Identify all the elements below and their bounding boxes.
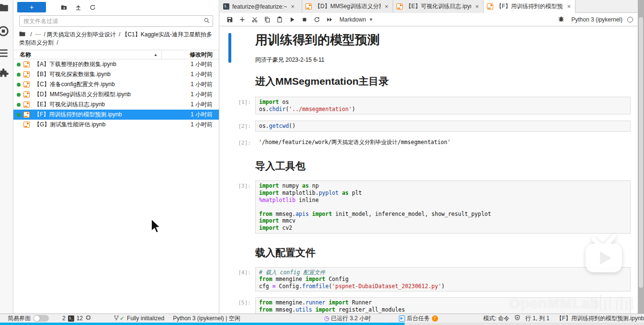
save-icon[interactable] [224, 14, 236, 25]
file-browser-panel: + / ⋯ /两天搞定语义分割毕业设计 /【C1】Kaggle实战-迪拜卫星航拍… [13, 0, 219, 314]
run-cell-icon[interactable] [286, 14, 298, 25]
toggle-switch[interactable] [34, 315, 49, 322]
file-row[interactable]: 【A】下载整理好的数据集.ipynb1 小时前 [13, 59, 219, 69]
tab-notebook-2[interactable]: 【E】可视化训练日志.ipynb× [393, 0, 484, 13]
upload-icon[interactable] [71, 2, 85, 12]
kernel-status-text[interactable]: Python 3 (ipykernel) | 空闲 [173, 314, 240, 323]
statusbar-filename: 【F】用训练得到的模型预测.ipynb [556, 314, 644, 323]
restart-run-all-icon[interactable] [323, 14, 336, 25]
tab-label: featurize@featurize:~ [232, 3, 287, 10]
kernel-status-icon[interactable] [627, 17, 633, 22]
extensions-icon[interactable] [0, 68, 10, 80]
background-tasks[interactable]: ▶ 后台任务 7 [399, 314, 438, 323]
code-cell[interactable]: [3]:import numpy as npimport matplotlib.… [220, 180, 638, 233]
breadcrumb-ellipsis[interactable]: ⋯ [35, 31, 41, 38]
cursor-position[interactable]: 行 1, 列 1 [525, 314, 550, 323]
tab-label: 【D】MMSeg训练语义分割模 [315, 2, 381, 11]
status-bar: 简易界面 2 $_ 12 ✓ Fully initialized Python … [0, 314, 644, 323]
video-play-overlay-icon[interactable] [581, 232, 626, 276]
jupyterlab-window: + / ⋯ /两天搞定语义分割毕业设计 /【C1】Kaggle实战-迪拜卫星航拍… [0, 0, 644, 325]
code-editor[interactable]: os.getcwd() [255, 121, 631, 132]
copy-cell-icon[interactable] [261, 14, 273, 25]
code-editor[interactable]: # 载入 config 配置文件from mmengine import Con… [255, 267, 631, 292]
kernel-running-dot [17, 113, 21, 117]
file-name[interactable]: 【D】MMSeg训练语义分割模型.ipynb [34, 90, 165, 99]
paste-cell-icon[interactable] [273, 14, 286, 25]
file-name[interactable]: 【E】可视化训练日志.ipynb [34, 101, 165, 109]
new-launcher-button[interactable]: + [17, 2, 46, 12]
code-editor[interactable]: import osos.chdir('../mmsegmentation') [255, 97, 631, 114]
file-filter-input[interactable] [19, 15, 213, 27]
file-row[interactable]: 【D】MMSeg训练语义分割模型.ipynb1 小时前 [13, 90, 219, 100]
markdown-cell[interactable]: 载入配置文件 [220, 246, 638, 259]
cut-cell-icon[interactable] [249, 14, 261, 25]
tab-bar: $_featurize@featurize:~×【D】MMSeg训练语义分割模×… [220, 0, 638, 13]
running-kernels-icon[interactable] [0, 25, 10, 37]
file-row[interactable]: 【F】用训练得到的模型预测.ipynb1 小时前 [13, 110, 219, 120]
file-row[interactable]: 【G】测试集性能评估.ipynb1 小时前 [13, 120, 219, 130]
column-modified[interactable]: 修改时间 [161, 50, 219, 59]
file-browser-icon[interactable] [0, 1, 10, 14]
code-cell[interactable]: [4]:# 载入 config 配置文件from mmengine import… [220, 267, 638, 292]
tab-terminal-0[interactable]: $_featurize@featurize:~× [220, 0, 302, 13]
shield-x-icon[interactable] [514, 314, 520, 322]
close-icon[interactable]: × [290, 3, 296, 10]
close-icon[interactable]: × [474, 3, 480, 10]
code-cell[interactable]: [1]:import osos.chdir('../mmsegmentation… [220, 97, 638, 114]
vertical-scrollbar[interactable] [638, 0, 644, 314]
code-cell[interactable]: [2]:os.getcwd() [220, 121, 638, 132]
tab-notebook-3[interactable]: 【F】用训练得到的模型预测× [484, 0, 576, 13]
openmmlab-watermark: OpenMMLab [509, 295, 599, 312]
markdown-cell[interactable]: 用训练得到的模型预测同济子豪兄 2023-2-15 6-11 [220, 32, 638, 64]
folder-icon[interactable] [19, 31, 25, 38]
tasks-count-badge: 7 [432, 315, 438, 322]
file-modified: 1 小时前 [165, 90, 219, 99]
markdown-cell[interactable]: 进入MMSegmentation主目录 [220, 75, 638, 88]
file-row[interactable]: 【C】准备config配置文件.ipynb1 小时前 [13, 79, 219, 90]
restart-kernel-icon[interactable] [311, 14, 323, 25]
file-row[interactable]: 【E】可视化训练日志.ipynb1 小时前 [13, 100, 219, 110]
kernels-status[interactable]: 12 [77, 314, 91, 322]
breadcrumb-crumb1[interactable]: 两天搞定语义分割毕业设计 [47, 31, 116, 38]
file-name[interactable]: 【G】测试集性能评估.ipynb [34, 121, 165, 129]
activity-bar [0, 0, 13, 314]
tab-label: 【E】可视化训练日志.ipynb [406, 2, 471, 11]
check-icon: ✓ [120, 315, 124, 322]
table-of-contents-icon[interactable] [0, 47, 10, 59]
file-name[interactable]: 【F】用训练得到的模型预测.ipynb [34, 111, 165, 119]
file-name[interactable]: 【B】可视化探索数据集.ipynb [34, 70, 165, 78]
sort-arrow-icon[interactable]: ▲ [154, 53, 158, 57]
cell-collapser[interactable] [228, 33, 231, 63]
file-name[interactable]: 【C】准备config配置文件.ipynb [34, 80, 165, 89]
new-folder-icon[interactable] [56, 2, 71, 12]
close-icon[interactable]: × [566, 3, 572, 10]
file-modified: 1 小时前 [165, 60, 219, 68]
file-row[interactable]: 【B】可视化探索数据集.ipynb1 小时前 [13, 69, 219, 79]
file-modified: 1 小时前 [165, 70, 219, 78]
terminals-status[interactable]: 2 $_ [62, 315, 77, 322]
breadcrumb[interactable]: / ⋯ /两天搞定语义分割毕业设计 /【C1】Kaggle实战-迪拜卫星航拍多类… [13, 30, 219, 50]
close-icon[interactable]: × [384, 3, 389, 10]
init-status[interactable]: ✓ Fully initialized [113, 315, 164, 322]
add-cell-icon[interactable] [236, 14, 249, 25]
notebook-file-icon [23, 122, 30, 128]
search-icon [203, 17, 210, 26]
refresh-icon[interactable] [85, 2, 100, 12]
kernel-running-dot [17, 83, 21, 87]
stop-kernel-icon[interactable] [298, 14, 311, 25]
file-name[interactable]: 【A】下载整理好的数据集.ipynb [34, 60, 165, 68]
scrollbar-thumb[interactable] [639, 17, 643, 288]
mode-indicator[interactable]: 模式: 命令 [483, 314, 509, 323]
kernel-name[interactable]: Python 3 (ipykernel) [571, 16, 622, 23]
markdown-cell[interactable]: 导入工具包 [220, 159, 638, 173]
tab-notebook-1[interactable]: 【D】MMSeg训练语义分割模× [302, 0, 393, 13]
simple-ui-toggle[interactable]: 简易界面 [8, 314, 49, 323]
debugger-bug-icon[interactable] [558, 15, 565, 24]
notebook-file-icon [23, 101, 30, 108]
column-name[interactable]: 名称 ▲ [13, 51, 161, 59]
video-progress-track[interactable] [0, 323, 644, 325]
output-area: [2]:'/home/featurize/work/两天搞定语义分割毕业设计/m… [220, 137, 638, 147]
tab-label: 【F】用训练得到的模型预测 [496, 2, 563, 11]
code-editor[interactable]: import numpy as npimport matplotlib.pypl… [255, 180, 631, 233]
cell-type-dropdown[interactable]: Markdown ▼ [339, 16, 373, 23]
